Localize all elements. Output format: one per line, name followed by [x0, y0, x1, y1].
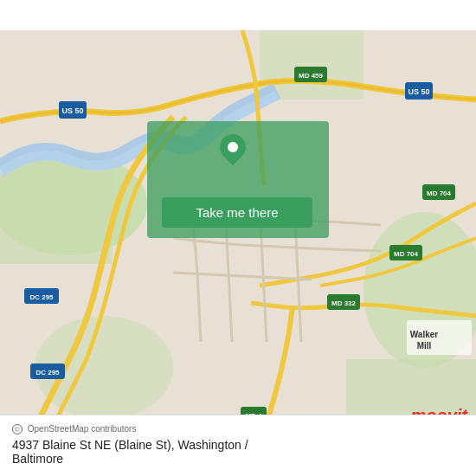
info-bar: © OpenStreetMap contributors 4937 Blaine… — [0, 415, 476, 476]
svg-text:MD 459: MD 459 — [299, 72, 324, 80]
svg-text:MD 704: MD 704 — [427, 190, 452, 197]
osm-credit: OpenStreetMap contributors — [28, 424, 137, 434]
svg-text:Mill: Mill — [417, 341, 432, 351]
svg-text:MD 332: MD 332 — [331, 299, 357, 307]
copyright-text: © OpenStreetMap contributors — [12, 424, 464, 434]
address-text: 4937 Blaine St NE (Blaine St), Washingto… — [12, 438, 464, 466]
copyright-icon: © — [12, 424, 23, 434]
map-pin — [220, 134, 246, 165]
svg-text:DC 295: DC 295 — [29, 293, 54, 301]
svg-text:US 50: US 50 — [408, 87, 429, 96]
map-background: US 50 US 50 DC 295 DC 295 DC 295 MD 459 … — [0, 0, 476, 476]
svg-text:MD 704: MD 704 — [394, 250, 419, 258]
svg-rect-2 — [0, 160, 113, 264]
svg-text:Walker: Walker — [410, 330, 439, 339]
take-me-there-button[interactable]: Take me there — [162, 197, 312, 228]
address-line1: 4937 Blaine St NE (Blaine St), Washingto… — [12, 438, 248, 452]
svg-text:DC 295: DC 295 — [35, 369, 60, 376]
address-line2: Baltimore — [12, 452, 63, 466]
map-container: US 50 US 50 DC 295 DC 295 DC 295 MD 459 … — [0, 0, 476, 476]
svg-text:US 50: US 50 — [61, 106, 83, 115]
